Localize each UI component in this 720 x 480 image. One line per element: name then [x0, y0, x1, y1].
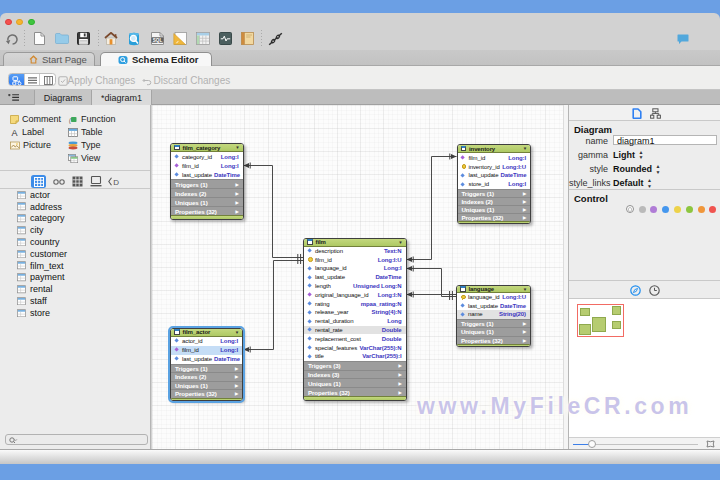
- svg-text:D: D: [113, 178, 119, 186]
- svg-text:SQL: SQL: [152, 38, 162, 43]
- svg-text:A: A: [11, 128, 17, 137]
